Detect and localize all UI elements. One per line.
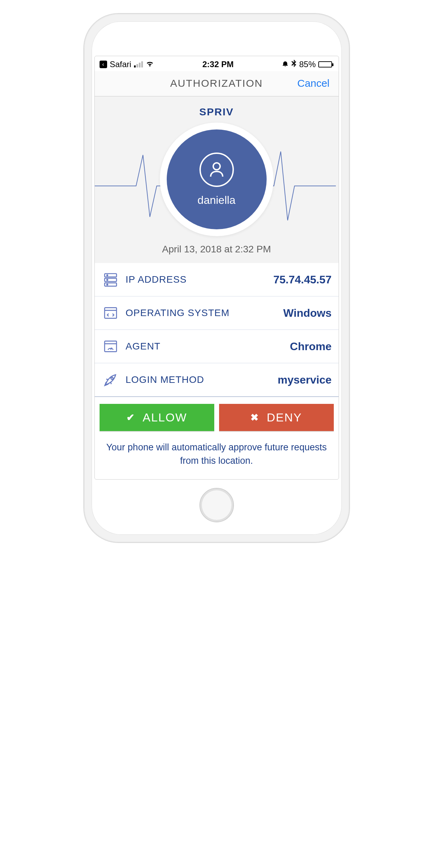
battery-percent: 85% <box>299 60 316 69</box>
svg-point-3 <box>106 275 107 276</box>
phone-frame: ‹ Safari 2:32 PM <box>84 14 349 542</box>
code-window-icon <box>102 304 120 322</box>
close-icon: ✖ <box>250 412 259 423</box>
status-time: 2:32 PM <box>202 60 234 69</box>
screen: ‹ Safari 2:32 PM <box>94 56 339 480</box>
deny-button[interactable]: ✖ DENY <box>219 404 334 431</box>
alarm-icon <box>282 60 289 69</box>
agent-label: AGENT <box>126 341 284 352</box>
battery-icon <box>318 61 332 67</box>
login-method-value: myservice <box>278 374 332 386</box>
avatar: daniella <box>167 129 267 229</box>
login-method-label: LOGIN METHOD <box>126 374 271 385</box>
back-to-app-icon[interactable]: ‹ <box>100 61 107 68</box>
footer-note: Your phone will automatically approve fu… <box>95 435 339 479</box>
user-icon <box>199 153 234 187</box>
os-value: Windows <box>283 307 331 320</box>
status-right: 85% <box>282 60 332 69</box>
brand-label: SPRIV <box>95 106 339 118</box>
server-icon <box>102 271 120 289</box>
allow-button[interactable]: ✔ ALLOW <box>100 404 214 431</box>
svg-rect-6 <box>104 308 116 318</box>
svg-point-4 <box>106 279 107 280</box>
row-ip: IP ADDRESS 75.74.45.57 <box>95 263 339 296</box>
status-left: ‹ Safari <box>100 60 154 69</box>
cancel-button[interactable]: Cancel <box>297 77 329 89</box>
status-bar: ‹ Safari 2:32 PM <box>95 56 339 71</box>
back-to-app-label[interactable]: Safari <box>110 60 132 69</box>
row-login-method: LOGIN METHOD myservice <box>95 363 339 397</box>
nav-bar: AUTHORIZATION Cancel <box>95 71 339 96</box>
cell-signal-icon <box>134 61 143 67</box>
request-timestamp: April 13, 2018 at 2:32 PM <box>95 244 339 255</box>
deny-label: DENY <box>267 411 302 424</box>
phone-inner: ‹ Safari 2:32 PM <box>92 21 342 535</box>
details-list: IP ADDRESS 75.74.45.57 OPERATING SYSTEM … <box>95 263 339 397</box>
svg-point-5 <box>106 284 107 285</box>
action-buttons: ✔ ALLOW ✖ DENY <box>95 397 339 435</box>
svg-point-8 <box>111 377 113 379</box>
row-agent: AGENT Chrome <box>95 330 339 363</box>
wifi-icon <box>146 60 154 69</box>
ip-label: IP ADDRESS <box>126 274 267 285</box>
allow-label: ALLOW <box>143 411 187 424</box>
os-label: OPERATING SYSTEM <box>126 307 277 318</box>
agent-value: Chrome <box>290 340 332 353</box>
username: daniella <box>197 194 235 207</box>
avatar-container: daniella <box>160 123 274 236</box>
ip-value: 75.74.45.57 <box>273 273 331 286</box>
svg-rect-7 <box>104 341 116 352</box>
row-os: OPERATING SYSTEM Windows <box>95 296 339 330</box>
bluetooth-icon <box>291 60 296 69</box>
gauge-icon <box>102 337 120 355</box>
hero: SPRIV daniella April 13, 2018 at 2:32 PM <box>95 96 339 263</box>
home-button[interactable] <box>199 488 234 522</box>
rocket-icon <box>102 371 120 389</box>
check-icon: ✔ <box>126 412 135 423</box>
